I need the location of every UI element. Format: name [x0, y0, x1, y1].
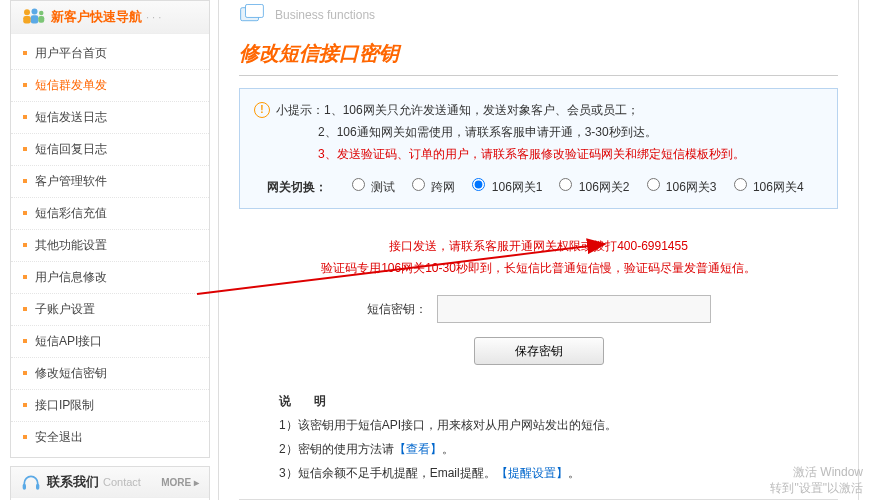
tip-line-2: 2、106通知网关如需使用，请联系客服申请开通，3-30秒到达。 — [318, 121, 657, 143]
desc-line-3: 3）短信余额不足手机提醒，Email提醒。【提醒设置】。 — [279, 461, 838, 485]
nav-header-dots: · · · — [146, 11, 161, 23]
gateway-option-2[interactable]: 106网关1 — [467, 180, 542, 194]
contact-title: 联系我们 — [47, 473, 99, 491]
sidebar-item-7[interactable]: 用户信息修改 — [11, 262, 209, 294]
module-icon — [239, 4, 265, 26]
sidebar-item-2[interactable]: 短信发送日志 — [11, 102, 209, 134]
sidebar-item-3[interactable]: 短信回复日志 — [11, 134, 209, 166]
svg-rect-3 — [31, 15, 39, 23]
tip-line-3: 3、发送验证码、订单的用户，请联系客服修改验证码网关和绑定短信模板秒到。 — [318, 143, 745, 165]
desc-heading: 说 明 — [279, 389, 838, 413]
notice-line-1: 接口发送，请联系客服开通网关权限或拨打400-6991455 — [239, 235, 838, 257]
module-header: Business functions — [239, 0, 838, 30]
svg-rect-6 — [23, 484, 26, 490]
svg-rect-7 — [36, 484, 39, 490]
svg-rect-1 — [23, 16, 31, 24]
gateway-label: 网关切换： — [267, 180, 327, 194]
sms-key-input[interactable] — [437, 295, 711, 323]
svg-point-2 — [32, 9, 38, 15]
tip-box: ! 小提示：1、106网关只允许发送通知，发送对象客户、会员或员工； 2、106… — [239, 88, 838, 209]
save-key-button[interactable]: 保存密钥 — [474, 337, 604, 365]
sms-key-label: 短信密钥： — [367, 301, 427, 318]
tip-line-1: 1、106网关只允许发送通知，发送对象客户、会员或员工； — [324, 103, 639, 117]
alert-icon: ! — [254, 102, 270, 118]
gateway-option-5[interactable]: 106网关4 — [729, 180, 804, 194]
notice-line-2: 验证码专用106网关10-30秒即到，长短信比普通短信慢，验证码尽量发普通短信。 — [239, 257, 838, 279]
nav-list: 用户平台首页短信群发单发短信发送日志短信回复日志客户管理软件短信彩信充值其他功能… — [11, 34, 209, 457]
svg-point-0 — [24, 9, 30, 15]
svg-point-4 — [39, 11, 44, 16]
gateway-option-1[interactable]: 跨网 — [407, 180, 455, 194]
gateway-option-4[interactable]: 106网关3 — [642, 180, 717, 194]
alert-settings-link[interactable]: 【提醒设置】 — [496, 466, 568, 480]
headset-icon — [21, 473, 41, 491]
nav-header: 新客户快速导航 · · · — [11, 1, 209, 34]
nav-header-title: 新客户快速导航 — [51, 8, 142, 26]
sidebar-item-4[interactable]: 客户管理软件 — [11, 166, 209, 198]
module-label: Business functions — [275, 8, 375, 22]
more-link[interactable]: MORE ▸ — [161, 477, 199, 488]
sidebar-item-10[interactable]: 修改短信密钥 — [11, 358, 209, 390]
svg-rect-5 — [38, 16, 44, 23]
sidebar-item-6[interactable]: 其他功能设置 — [11, 230, 209, 262]
gateway-option-3[interactable]: 106网关2 — [554, 180, 629, 194]
sidebar-item-5[interactable]: 短信彩信充值 — [11, 198, 209, 230]
contact-header: 联系我们 Contact MORE ▸ — [11, 467, 209, 498]
sidebar-item-9[interactable]: 短信API接口 — [11, 326, 209, 358]
sidebar-item-12[interactable]: 安全退出 — [11, 422, 209, 453]
gateway-switch-row: 网关切换： 测试 跨网 106网关1 106网关2 106网关3 106网关4 — [254, 175, 823, 198]
sidebar-item-8[interactable]: 子账户设置 — [11, 294, 209, 326]
svg-rect-14 — [246, 4, 264, 17]
tip-label: 小提示： — [276, 103, 324, 117]
gateway-option-0[interactable]: 测试 — [347, 180, 395, 194]
view-link[interactable]: 【查看】 — [394, 442, 442, 456]
desc-line-2: 2）密钥的使用方法请【查看】。 — [279, 437, 838, 461]
desc-line-1: 1）该密钥用于短信API接口，用来核对从用户网站发出的短信。 — [279, 413, 838, 437]
sidebar-item-0[interactable]: 用户平台首页 — [11, 38, 209, 70]
people-icon — [21, 7, 45, 27]
contact-subtitle: Contact — [103, 476, 141, 488]
sidebar-item-1[interactable]: 短信群发单发 — [11, 70, 209, 102]
sidebar-item-11[interactable]: 接口IP限制 — [11, 390, 209, 422]
windows-watermark: 激活 Window转到"设置"以激活 — [770, 464, 863, 496]
section-title-modify-key: 修改短信接口密钥 — [239, 36, 838, 76]
